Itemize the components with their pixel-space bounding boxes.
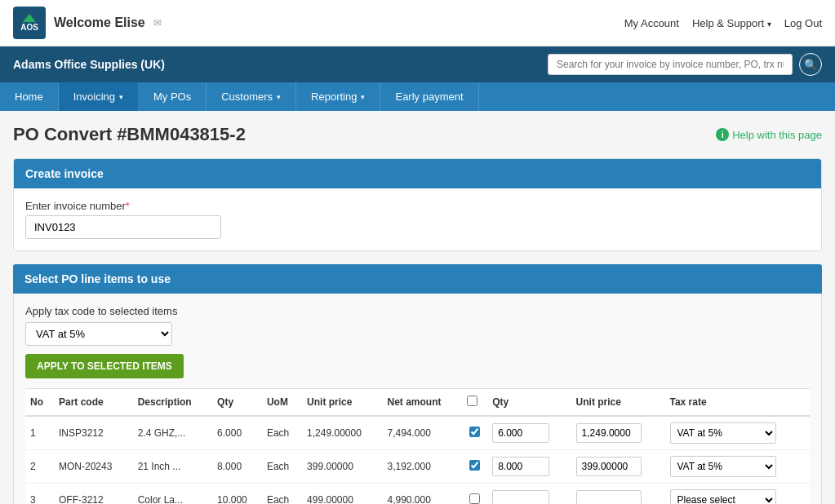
top-bar: AOS Welcome Elise ✉ My Account Help & Su… — [0, 0, 835, 46]
cell-part-code: OFF-3212 — [54, 484, 133, 505]
page-title: PO Convert #BMM043815-2 — [13, 124, 246, 145]
cell-tax-rate: VAT at 5%VAT at 20%No TaxPlease select — [665, 484, 811, 505]
create-invoice-card: Create invoice Enter invoice number* — [13, 158, 822, 251]
select-all-checkbox[interactable] — [467, 396, 477, 406]
cell-unit-price: 499.00000 — [302, 484, 382, 505]
cell-edit-qty — [487, 450, 571, 484]
nav-item-reporting[interactable]: Reporting ▾ — [296, 82, 380, 111]
cell-uom: Each — [262, 416, 302, 450]
nav-bar: Home Invoicing ▾ My POs Customers ▾ Repo… — [0, 82, 835, 111]
search-input[interactable] — [548, 54, 793, 75]
cell-edit-qty — [487, 484, 571, 505]
cell-no: 3 — [25, 484, 54, 505]
logo-box: AOS — [13, 7, 46, 39]
cell-net-amount: 3,192.000 — [382, 450, 461, 484]
nav-item-early-payment[interactable]: Early payment — [380, 82, 478, 111]
company-name: Adams Office Supplies (UK) — [13, 58, 165, 71]
cell-qty: 10.000 — [212, 484, 262, 505]
col-uom: UoM — [262, 389, 302, 417]
col-qty: Qty — [212, 389, 262, 417]
logo-area: AOS Welcome Elise ✉ — [13, 7, 162, 39]
logo-text: AOS — [20, 24, 38, 32]
cell-edit-qty — [487, 416, 571, 450]
col-tax-rate: Tax rate — [665, 389, 811, 417]
po-line-items-table: No Part code Description Qty UoM Unit pr… — [25, 388, 810, 504]
cell-net-amount: 7,494.000 — [382, 416, 461, 450]
cell-qty: 6.000 — [212, 416, 262, 450]
col-description: Description — [133, 389, 212, 417]
edit-qty-input[interactable] — [492, 423, 549, 443]
edit-unit-price-input[interactable] — [576, 457, 642, 476]
company-bar: Adams Office Supplies (UK) 🔍 — [0, 46, 835, 82]
tax-rate-select[interactable]: VAT at 5%VAT at 20%No TaxPlease select — [670, 489, 776, 504]
row-checkbox[interactable] — [469, 427, 480, 437]
chevron-down-icon: ▾ — [277, 93, 281, 101]
required-marker: * — [126, 200, 130, 212]
col-checkbox — [462, 389, 487, 417]
search-button[interactable]: 🔍 — [799, 53, 822, 76]
cell-tax-rate: VAT at 5%VAT at 20%No TaxPlease select — [665, 450, 811, 484]
col-edit-qty: Qty — [487, 389, 571, 417]
search-area: 🔍 — [548, 53, 822, 76]
table-row: 3 OFF-3212 Color La... 10.000 Each 499.0… — [25, 484, 810, 505]
col-net-amount: Net amount — [382, 389, 461, 417]
chevron-down-icon: ▾ — [361, 93, 365, 101]
help-link[interactable]: i Help with this page — [716, 128, 822, 141]
col-unit-price: Unit price — [302, 389, 382, 417]
cell-no: 2 — [25, 450, 54, 484]
edit-qty-input[interactable] — [492, 457, 549, 476]
cell-no: 1 — [25, 416, 54, 450]
search-icon: 🔍 — [804, 59, 818, 71]
cell-edit-unit-price — [571, 416, 665, 450]
nav-item-customers[interactable]: Customers ▾ — [207, 82, 296, 111]
my-account-link[interactable]: My Account — [624, 17, 679, 29]
welcome-text: Welcome Elise — [54, 15, 145, 30]
select-po-section: Select PO line items to use Apply tax co… — [13, 264, 822, 504]
edit-qty-input[interactable] — [492, 490, 549, 504]
apply-to-selected-button[interactable]: APPLY TO SELECTED ITEMS — [25, 354, 184, 378]
cell-uom: Each — [262, 450, 302, 484]
create-invoice-card-body: Enter invoice number* — [14, 188, 821, 250]
chevron-down-icon: ▾ — [767, 20, 771, 29]
tax-rate-select[interactable]: VAT at 5%VAT at 20%No TaxPlease select — [670, 456, 776, 477]
select-po-body: Apply tax code to selected items VAT at … — [13, 294, 822, 504]
cell-unit-price: 1,249.00000 — [302, 416, 382, 450]
cell-description: 2.4 GHZ,... — [133, 416, 212, 450]
cell-description: Color La... — [133, 484, 212, 505]
cell-edit-unit-price — [571, 450, 665, 484]
nav-item-mypos[interactable]: My POs — [139, 82, 207, 111]
logo-triangle-icon — [23, 14, 36, 22]
tax-code-select[interactable]: VAT at 5% VAT at 20% No Tax — [25, 322, 172, 346]
tax-rate-select[interactable]: VAT at 5%VAT at 20%No TaxPlease select — [670, 422, 776, 444]
col-edit-unit-price: Unit price — [571, 389, 665, 417]
select-po-header: Select PO line items to use — [13, 264, 822, 294]
nav-item-invoicing[interactable]: Invoicing ▾ — [59, 82, 139, 111]
table-row: 2 MON-20243 21 Inch ... 8.000 Each 399.0… — [25, 450, 810, 484]
edit-unit-price-input[interactable] — [576, 423, 642, 443]
logout-link[interactable]: Log Out — [784, 17, 822, 29]
cell-description: 21 Inch ... — [133, 450, 212, 484]
cell-part-code: INSP3212 — [54, 416, 133, 450]
chevron-down-icon: ▾ — [119, 93, 123, 101]
row-checkbox[interactable] — [469, 493, 480, 504]
cell-part-code: MON-20243 — [54, 450, 133, 484]
page-header: PO Convert #BMM043815-2 i Help with this… — [13, 124, 822, 145]
mail-icon: ✉ — [153, 17, 162, 29]
invoice-number-input[interactable] — [25, 215, 221, 239]
tax-code-label: Apply tax code to selected items — [25, 305, 810, 317]
help-support-link[interactable]: Help & Support ▾ — [692, 17, 771, 29]
invoice-number-label: Enter invoice number* — [25, 200, 810, 212]
cell-unit-price: 399.00000 — [302, 450, 382, 484]
edit-unit-price-input[interactable] — [576, 490, 642, 504]
top-nav-right: My Account Help & Support ▾ Log Out — [624, 17, 822, 29]
row-checkbox[interactable] — [469, 460, 480, 471]
table-row: 1 INSP3212 2.4 GHZ,... 6.000 Each 1,249.… — [25, 416, 810, 450]
cell-qty: 8.000 — [212, 450, 262, 484]
cell-checkbox — [462, 450, 487, 484]
cell-tax-rate: VAT at 5%VAT at 20%No TaxPlease select — [665, 416, 811, 450]
col-no: No — [25, 389, 54, 417]
cell-edit-unit-price — [571, 484, 665, 505]
create-invoice-card-header: Create invoice — [14, 159, 821, 188]
cell-net-amount: 4,990.000 — [382, 484, 461, 505]
nav-item-home[interactable]: Home — [0, 82, 59, 111]
